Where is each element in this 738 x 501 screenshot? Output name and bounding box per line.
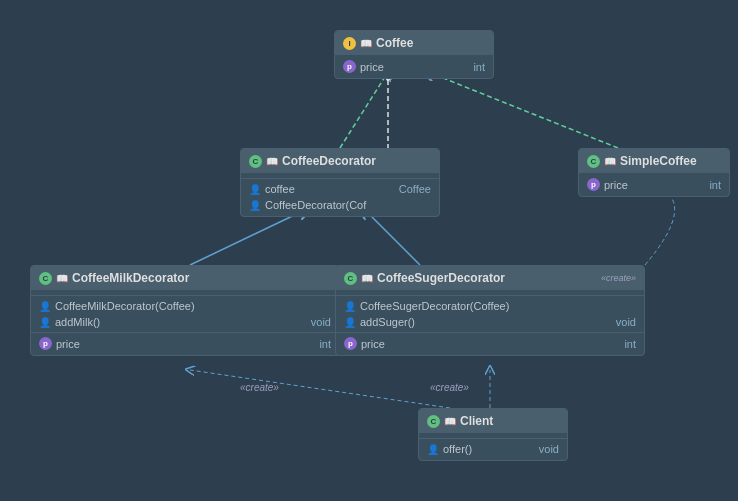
book-icon-sc: 📖 bbox=[604, 156, 616, 167]
suger-body: 👤 CoffeeSugerDecorator(Coffee) 👤 addSuge… bbox=[336, 290, 644, 355]
sc-price-label: price bbox=[604, 179, 628, 191]
book-icon-cl: 📖 bbox=[444, 416, 456, 427]
suger-title: CoffeeSugerDecorator bbox=[377, 271, 505, 285]
client-offer-label: offer() bbox=[443, 443, 472, 455]
suger-person-icon1: 👤 bbox=[344, 301, 356, 312]
book-icon-cm: 📖 bbox=[56, 273, 68, 284]
suger-addsuger-label: addSuger() bbox=[360, 316, 415, 328]
cd-coffee-row: 👤 coffee Coffee bbox=[241, 181, 439, 197]
client-body: 👤 offer() void bbox=[419, 433, 567, 460]
cd-constructor-label: CoffeeDecorator(Cof bbox=[265, 199, 366, 211]
svg-line-5 bbox=[190, 370, 450, 408]
sc-price-row: p price int bbox=[579, 176, 729, 193]
cd-person-icon2: 👤 bbox=[249, 200, 261, 211]
class-icon-sc: C bbox=[587, 155, 600, 168]
sc-price-type: int bbox=[709, 179, 721, 191]
client-header: C 📖 Client bbox=[419, 409, 567, 433]
suger-header: C 📖 CoffeeSugerDecorator «create» bbox=[336, 266, 644, 290]
suger-addsuger-row: 👤 addSuger() void bbox=[336, 314, 644, 330]
price-type: int bbox=[473, 61, 485, 73]
svg-line-4 bbox=[365, 210, 420, 265]
suger-price-label: price bbox=[361, 338, 385, 350]
cd-person-icon1: 👤 bbox=[249, 184, 261, 195]
svg-line-3 bbox=[190, 210, 305, 265]
diagram-canvas: Coffee (dashed, implements interface) --… bbox=[0, 0, 738, 501]
svg-line-1 bbox=[428, 72, 618, 148]
book-icon-cd: 📖 bbox=[266, 156, 278, 167]
suger-create-label: «create» bbox=[601, 273, 636, 283]
simple-coffee-class: C 📖 SimpleCoffee p price int bbox=[578, 148, 730, 197]
client-offer-row: 👤 offer() void bbox=[419, 441, 567, 457]
coffee-decorator-title: CoffeeDecorator bbox=[282, 154, 376, 168]
cd-coffee-type: Coffee bbox=[399, 183, 431, 195]
class-icon-cs: C bbox=[344, 272, 357, 285]
coffee-milk-decorator-class: C 📖 CoffeeMilkDecorator 👤 CoffeeMilkDeco… bbox=[30, 265, 340, 356]
coffee-class: I 📖 Coffee p price int bbox=[334, 30, 494, 79]
coffee-decorator-header: C 📖 CoffeeDecorator bbox=[241, 149, 439, 173]
coffee-suger-decorator-class: C 📖 CoffeeSugerDecorator «create» 👤 Coff… bbox=[335, 265, 645, 356]
cd-constructor-row: 👤 CoffeeDecorator(Cof bbox=[241, 197, 439, 213]
coffee-decorator-class: C 📖 CoffeeDecorator 👤 coffee Coffee 👤 Co… bbox=[240, 148, 440, 217]
suger-addsuger-type: void bbox=[616, 316, 636, 328]
client-class: C 📖 Client 👤 offer() void bbox=[418, 408, 568, 461]
class-icon-cm: C bbox=[39, 272, 52, 285]
milk-addmilk-label: addMilk() bbox=[55, 316, 100, 328]
suger-constructor-row: 👤 CoffeeSugerDecorator(Coffee) bbox=[336, 298, 644, 314]
coffee-decorator-body: 👤 coffee Coffee 👤 CoffeeDecorator(Cof bbox=[241, 173, 439, 216]
milk-addmilk-type: void bbox=[311, 316, 331, 328]
milk-price-type: int bbox=[319, 338, 331, 350]
milk-constructor-label: CoffeeMilkDecorator(Coffee) bbox=[55, 300, 195, 312]
milk-title: CoffeeMilkDecorator bbox=[72, 271, 189, 285]
simple-coffee-header: C 📖 SimpleCoffee bbox=[579, 149, 729, 173]
suger-price-icon: p bbox=[344, 337, 357, 350]
client-offer-type: void bbox=[539, 443, 559, 455]
milk-price-icon: p bbox=[39, 337, 52, 350]
book-icon: 📖 bbox=[360, 38, 372, 49]
milk-addmilk-row: 👤 addMilk() void bbox=[31, 314, 339, 330]
coffee-title: Coffee bbox=[376, 36, 413, 50]
milk-person-icon1: 👤 bbox=[39, 301, 51, 312]
suger-constructor-label: CoffeeSugerDecorator(Coffee) bbox=[360, 300, 509, 312]
price-icon: p bbox=[343, 60, 356, 73]
suger-price-type: int bbox=[624, 338, 636, 350]
book-icon-cs: 📖 bbox=[361, 273, 373, 284]
price-label: price bbox=[360, 61, 384, 73]
client-title: Client bbox=[460, 414, 493, 428]
suger-person-icon2: 👤 bbox=[344, 317, 356, 328]
coffee-header: I 📖 Coffee bbox=[335, 31, 493, 55]
create-label-1: «create» bbox=[240, 382, 279, 393]
cd-coffee-label: coffee bbox=[265, 183, 295, 195]
sc-price-icon: p bbox=[587, 178, 600, 191]
milk-price-row: p price int bbox=[31, 335, 339, 352]
class-icon-cl: C bbox=[427, 415, 440, 428]
create-label-2: «create» bbox=[430, 382, 469, 393]
simple-coffee-title: SimpleCoffee bbox=[620, 154, 697, 168]
milk-price-label: price bbox=[56, 338, 80, 350]
suger-price-row: p price int bbox=[336, 335, 644, 352]
coffee-body: p price int bbox=[335, 55, 493, 78]
simple-coffee-body: p price int bbox=[579, 173, 729, 196]
milk-header: C 📖 CoffeeMilkDecorator bbox=[31, 266, 339, 290]
client-person-icon: 👤 bbox=[427, 444, 439, 455]
interface-icon: I bbox=[343, 37, 356, 50]
svg-line-0 bbox=[340, 72, 388, 148]
class-icon-cd: C bbox=[249, 155, 262, 168]
milk-body: 👤 CoffeeMilkDecorator(Coffee) 👤 addMilk(… bbox=[31, 290, 339, 355]
milk-person-icon2: 👤 bbox=[39, 317, 51, 328]
milk-constructor-row: 👤 CoffeeMilkDecorator(Coffee) bbox=[31, 298, 339, 314]
coffee-price-row: p price int bbox=[335, 58, 493, 75]
